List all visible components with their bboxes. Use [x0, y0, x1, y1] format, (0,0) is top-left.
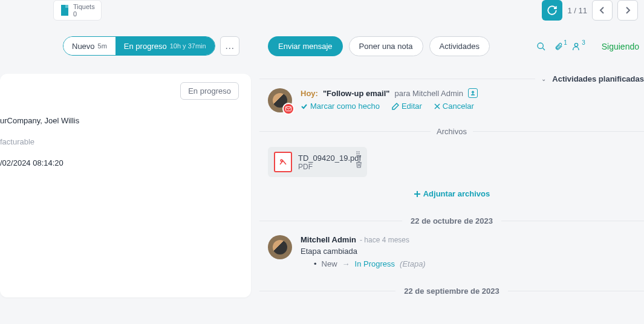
pager-next-button[interactable]: [617, 0, 638, 21]
attach-files-button[interactable]: Adjuntar archivos: [259, 189, 644, 198]
document-icon: [60, 5, 70, 16]
status-nuevo-dur: 5m: [98, 42, 107, 50]
svg-rect-0: [65, 5, 68, 8]
activities-button[interactable]: Actividades: [429, 36, 490, 56]
status-nuevo-label: Nuevo: [72, 42, 95, 51]
avatar: [268, 88, 292, 112]
search-icon[interactable]: [536, 42, 546, 51]
log-note-button[interactable]: Poner una nota: [349, 36, 423, 56]
pager-prev-button[interactable]: [592, 0, 613, 21]
followers-count: 3: [582, 39, 585, 46]
status-progreso[interactable]: En progreso 10h y 37min: [115, 37, 215, 55]
planned-activities-title: Actividades planificadas: [552, 74, 644, 83]
cancel-label: Cancelar: [443, 102, 474, 111]
log-change: New → In Progress (Etapa): [314, 259, 426, 268]
mark-done-label: Marcar como hecho: [310, 102, 380, 111]
files-title: Archivos: [437, 127, 467, 136]
pdf-icon: [274, 152, 292, 172]
file-name: TD_09420_19.pdf: [298, 154, 361, 163]
mark-done-button[interactable]: Marcar como hecho: [301, 102, 380, 111]
attach-files-label: Adjuntar archivos: [423, 189, 490, 198]
delete-icon[interactable]: [356, 161, 362, 168]
activity-due: Hoy:: [301, 89, 318, 98]
log-author: Mitchell Admin: [301, 235, 356, 244]
stage-from: New: [322, 259, 337, 268]
svg-rect-5: [414, 193, 420, 195]
refresh-button[interactable]: [542, 0, 562, 21]
following-button[interactable]: Siguiendo: [602, 42, 639, 51]
stage-chip[interactable]: En progreso: [180, 82, 239, 100]
stage-to: In Progress: [355, 259, 395, 268]
more-stages-button[interactable]: …: [220, 36, 239, 56]
record-card: En progreso urCompany, Joel Willis factu…: [0, 74, 251, 297]
file-options-icon[interactable]: ⠿: [356, 151, 362, 158]
stage-field-label: (Etapa): [400, 259, 426, 268]
activity-assignee: para Mitchell Admin: [394, 89, 463, 98]
file-type: PDF: [298, 163, 361, 171]
edit-button[interactable]: Editar: [392, 102, 422, 111]
tiquets-card[interactable]: Tiquets 0: [53, 0, 102, 21]
tiquets-label: Tiquets: [73, 3, 95, 10]
date-divider-1: 22 de octubre de 2023: [402, 216, 501, 225]
arrow-icon: →: [342, 259, 350, 268]
send-message-button[interactable]: Enviar mensaje: [268, 36, 343, 56]
status-pill: Nuevo 5m En progreso 10h y 37min: [63, 36, 215, 56]
company-contact: urCompany, Joel Willis: [0, 116, 239, 125]
chevron-down-icon: ⌄: [541, 76, 546, 82]
svg-point-1: [538, 43, 543, 48]
status-progreso-dur: 10h y 37min: [170, 42, 206, 50]
edit-label: Editar: [402, 102, 422, 111]
date-divider-2: 22 de septiembre de 2023: [395, 287, 508, 296]
avatar: [268, 235, 292, 259]
svg-point-2: [574, 43, 577, 46]
mail-icon: [282, 103, 294, 115]
log-text: Etapa cambiada: [301, 247, 426, 256]
status-nuevo[interactable]: Nuevo 5m: [63, 37, 115, 55]
tiquets-count: 0: [73, 10, 95, 18]
activity-summary: "Follow-up email": [323, 89, 390, 98]
cancel-button[interactable]: Cancelar: [434, 102, 474, 111]
billable-label: facturable: [0, 137, 239, 146]
attachment-count: 1: [564, 39, 567, 46]
status-progreso-label: En progreso: [124, 42, 167, 51]
datetime-value: /02/2024 08:14:20: [0, 158, 239, 167]
upload-icon[interactable]: [468, 88, 478, 98]
log-time: - hace 4 meses: [360, 236, 409, 244]
attachment-icon[interactable]: 1: [555, 42, 563, 51]
pager-text: 1 / 11: [567, 6, 587, 15]
followers-icon[interactable]: 3: [571, 42, 581, 51]
file-attachment[interactable]: TD_09420_19.pdf PDF ⠿: [268, 147, 367, 177]
